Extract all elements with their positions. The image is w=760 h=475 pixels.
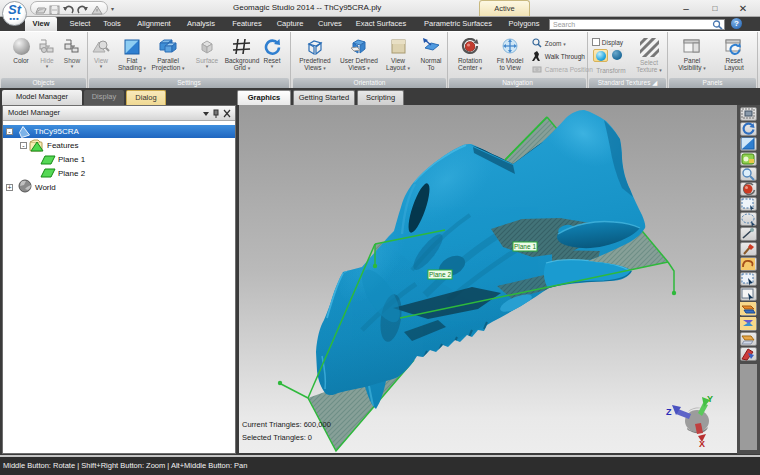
svg-text:Z: Z <box>666 407 672 417</box>
svg-text:Plane 1: Plane 1 <box>514 243 536 250</box>
svg-text:Y: Y <box>707 394 713 404</box>
svg-text:X: X <box>699 439 705 449</box>
svg-text:Plane 2: Plane 2 <box>429 271 451 278</box>
